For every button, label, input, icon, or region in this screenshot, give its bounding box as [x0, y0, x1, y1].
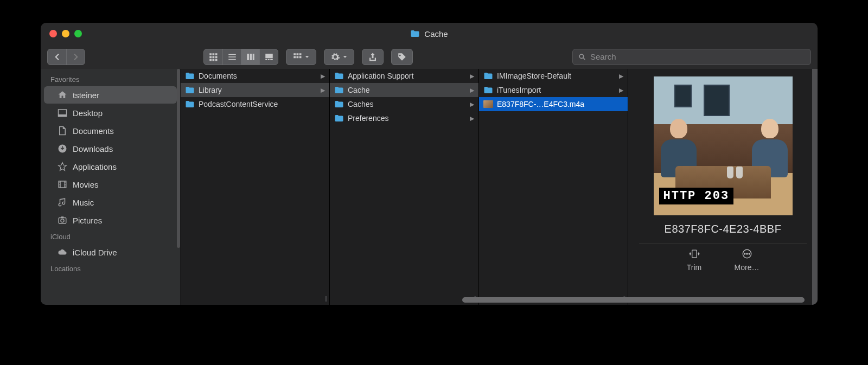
- grid-icon: [208, 52, 218, 62]
- sidebar-item-documents[interactable]: Documents: [44, 122, 177, 139]
- folder-icon: [410, 30, 420, 37]
- sidebar-section-locations: Locations: [41, 261, 180, 275]
- folder-row[interactable]: Preferences ▶: [330, 111, 478, 125]
- chevron-left-icon: [52, 52, 62, 62]
- sidebar-item-label: Applications: [73, 162, 117, 171]
- minimize-window-button[interactable]: [62, 30, 69, 37]
- file-row-selected[interactable]: E837F8FC-…E4FC3.m4a: [479, 97, 628, 111]
- sidebar-item-icloud-drive[interactable]: iCloud Drive: [44, 244, 177, 261]
- more-button[interactable]: More…: [735, 248, 760, 272]
- sidebar: Favorites tsteiner Desktop Documents Dow…: [41, 69, 181, 305]
- sidebar-item-label: tsteiner: [73, 91, 99, 100]
- folder-row[interactable]: iTunesImport ▶: [479, 83, 628, 97]
- trim-button[interactable]: Trim: [687, 248, 702, 272]
- folder-icon: [185, 86, 195, 94]
- sidebar-section-favorites: Favorites: [41, 72, 180, 86]
- artwork-badge: HTTP 203: [659, 188, 734, 204]
- row-label: Library: [199, 86, 317, 94]
- folder-row[interactable]: Application Support ▶: [330, 69, 478, 83]
- row-label: IMImageStore-Default: [497, 72, 615, 80]
- search-field[interactable]: [572, 49, 811, 65]
- svg-point-7: [744, 253, 745, 254]
- music-icon: [57, 197, 68, 207]
- chevron-right-icon: ▶: [470, 115, 474, 122]
- sidebar-item-applications[interactable]: Applications: [44, 158, 177, 175]
- chevron-right-icon: ▶: [321, 73, 325, 80]
- share-button[interactable]: [362, 49, 384, 65]
- sidebar-section-icloud: iCloud: [41, 229, 180, 243]
- row-label: Documents: [199, 72, 317, 80]
- folder-icon: [334, 114, 344, 122]
- folder-icon: [185, 72, 195, 80]
- sidebar-item-downloads[interactable]: Downloads: [44, 140, 177, 157]
- preview-actions: Trim More…: [639, 243, 807, 272]
- view-icons-button[interactable]: [204, 49, 222, 65]
- folder-row[interactable]: IMImageStore-Default ▶: [479, 69, 628, 83]
- pictures-icon: [57, 215, 68, 225]
- action-button[interactable]: [324, 49, 354, 65]
- desktop-icon: [57, 108, 68, 118]
- folder-row[interactable]: Cache ▶: [330, 83, 478, 97]
- preview-pane: HTTP 203 E837F8FC-4E23-4BBF Trim More…: [628, 69, 818, 305]
- folder-row[interactable]: Caches ▶: [330, 97, 478, 111]
- applications-icon: [57, 162, 68, 171]
- file-thumb-icon: [483, 100, 493, 108]
- arrange-button[interactable]: [286, 49, 316, 65]
- sidebar-item-label: Movies: [73, 180, 99, 189]
- close-window-button[interactable]: [49, 30, 57, 37]
- download-icon: [57, 144, 68, 153]
- action-label: Trim: [687, 263, 701, 272]
- folder-row[interactable]: Documents ▶: [181, 69, 329, 83]
- column-1: Documents ▶ Library ▶ PodcastContentServ…: [181, 69, 330, 305]
- sidebar-item-label: iCloud Drive: [73, 248, 117, 257]
- action-label: More…: [735, 263, 760, 272]
- tags-button[interactable]: [391, 49, 413, 65]
- chevron-right-icon: ▶: [470, 87, 474, 94]
- document-icon: [57, 126, 68, 136]
- grid-small-icon: [292, 52, 302, 62]
- movies-icon: [57, 180, 68, 189]
- view-columns-button[interactable]: [241, 49, 259, 65]
- sidebar-item-label: Downloads: [73, 144, 113, 153]
- sidebar-item-home[interactable]: tsteiner: [44, 86, 177, 104]
- search-input[interactable]: [590, 52, 805, 61]
- column-3: IMImageStore-Default ▶ iTunesImport ▶ E8…: [479, 69, 628, 305]
- folder-row[interactable]: Library ▶: [181, 83, 329, 97]
- back-button[interactable]: [48, 49, 66, 65]
- column-2: Application Support ▶ Cache ▶ Caches ▶ P…: [330, 69, 479, 305]
- sidebar-item-music[interactable]: Music: [44, 194, 177, 211]
- sidebar-item-desktop[interactable]: Desktop: [44, 104, 177, 121]
- folder-icon: [185, 100, 195, 108]
- window-title-text: Cache: [424, 29, 448, 39]
- search-icon: [578, 53, 586, 61]
- view-mode-buttons: [203, 49, 278, 65]
- sidebar-item-pictures[interactable]: Pictures: [44, 212, 177, 229]
- svg-point-3: [61, 219, 64, 222]
- share-icon: [368, 52, 378, 62]
- chevron-right-icon: ▶: [619, 73, 623, 80]
- sidebar-item-label: Music: [73, 198, 94, 207]
- forward-button[interactable]: [66, 49, 85, 65]
- gear-icon: [330, 52, 340, 62]
- row-label: Preferences: [348, 114, 466, 123]
- view-list-button[interactable]: [222, 49, 241, 65]
- horizontal-scrollbar[interactable]: [182, 297, 805, 303]
- fullscreen-window-button[interactable]: [74, 30, 82, 37]
- titlebar: Cache: [41, 23, 818, 44]
- finder-window: Cache: [41, 23, 818, 305]
- chevron-down-icon: [304, 54, 310, 60]
- view-gallery-button[interactable]: [259, 49, 278, 65]
- chevron-right-icon: ▶: [321, 87, 325, 94]
- svg-point-8: [746, 253, 747, 254]
- preview-filename: E837F8FC-4E23-4BBF: [665, 223, 782, 235]
- sidebar-item-movies[interactable]: Movies: [44, 176, 177, 193]
- folder-row[interactable]: PodcastContentService: [181, 97, 329, 111]
- folder-icon: [483, 86, 493, 94]
- folder-icon: [334, 72, 344, 80]
- folder-icon: [483, 72, 493, 80]
- toolbar: [41, 44, 818, 69]
- svg-rect-4: [61, 216, 64, 217]
- column-browser: Documents ▶ Library ▶ PodcastContentServ…: [181, 69, 818, 305]
- list-icon: [227, 52, 237, 62]
- sidebar-item-label: Documents: [73, 126, 114, 136]
